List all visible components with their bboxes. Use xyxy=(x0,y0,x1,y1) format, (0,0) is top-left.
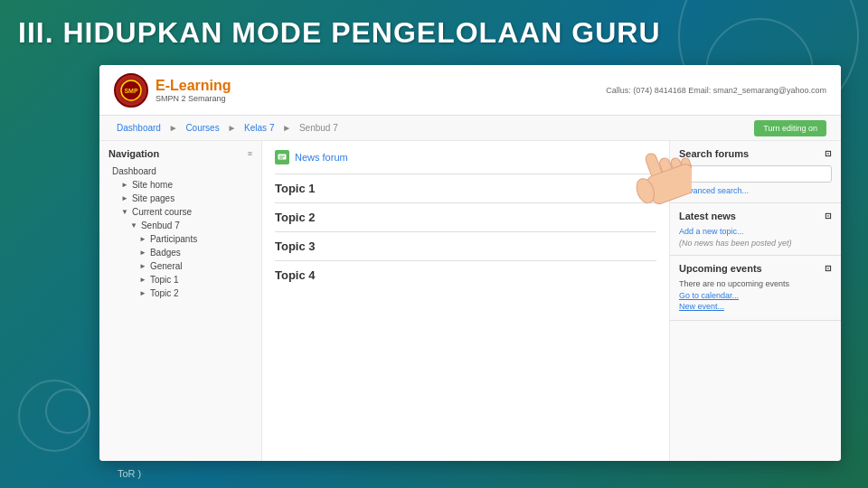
navigation-section: Navigation ≡ Dashboard ► Site home ► Sit… xyxy=(99,141,261,307)
bg-circle-4 xyxy=(45,389,90,434)
header-contact: Callus: (074) 8414168 Email: sman2_semar… xyxy=(606,86,826,95)
no-events-text: There are no upcoming events xyxy=(679,279,832,288)
topic-divider-2 xyxy=(275,202,656,203)
breadcrumb: Dashboard ► Courses ► Kelas 7 ► Senbud 7 xyxy=(114,123,341,133)
upcoming-events-block: Upcoming events ⊡ There are no upcoming … xyxy=(670,256,841,321)
breadcrumb-sep-1: ► xyxy=(169,123,181,133)
site-header: SMP E-Learning SMPN 2 Semarang Callus: (… xyxy=(99,65,841,116)
navigation-title: Navigation ≡ xyxy=(108,148,252,159)
main-content: Navigation ≡ Dashboard ► Site home ► Sit… xyxy=(99,141,841,461)
topic-divider-1 xyxy=(275,174,656,174)
sidebar-item-senbud[interactable]: ▼ Senbud 7 xyxy=(108,219,252,232)
arrow-icon: ▼ xyxy=(130,221,137,230)
middle-content: News forum Topic 1 Topic 2 Topic 3 Topic… xyxy=(262,141,669,461)
latest-news-icon[interactable]: ⊡ xyxy=(825,211,832,221)
upcoming-events-title: Upcoming events ⊡ xyxy=(679,263,832,274)
bg-circle-3 xyxy=(18,380,90,452)
right-sidebar: Search forums ⊡ Advanced search... Lates… xyxy=(669,141,841,461)
sidebar-item-topic1[interactable]: ► Topic 1 xyxy=(108,273,252,286)
breadcrumb-dashboard[interactable]: Dashboard xyxy=(117,123,161,133)
sidebar-item-general[interactable]: ► General xyxy=(108,259,252,273)
go-to-calendar-link[interactable]: Go to calendar... xyxy=(679,291,832,300)
search-input[interactable] xyxy=(679,165,832,183)
breadcrumb-senbud: Senbud 7 xyxy=(299,123,338,133)
topic-1-heading[interactable]: Topic 1 xyxy=(275,182,656,195)
sidebar-item-site-pages[interactable]: ► Site pages xyxy=(108,192,252,205)
breadcrumb-bar: Dashboard ► Courses ► Kelas 7 ► Senbud 7… xyxy=(99,116,841,141)
forum-icon xyxy=(275,150,289,164)
search-forums-title: Search forums ⊡ xyxy=(679,148,832,159)
sidebar-item-badges[interactable]: ► Badges xyxy=(108,246,252,259)
arrow-icon: ► xyxy=(139,262,146,270)
search-forums-block: Search forums ⊡ Advanced search... xyxy=(670,141,841,203)
add-new-topic-link[interactable]: Add a new topic... xyxy=(679,227,832,236)
page-title: III. HIDUPKAN MODE PENGELOLAAN GURU xyxy=(18,16,661,50)
logo-text-area: E-Learning SMPN 2 Semarang xyxy=(156,78,231,103)
advanced-search-link[interactable]: Advanced search... xyxy=(679,186,832,195)
arrow-icon: ► xyxy=(139,276,146,284)
logo-school-name: SMPN 2 Semarang xyxy=(156,94,231,103)
topic-divider-4 xyxy=(275,260,656,261)
left-sidebar: Navigation ≡ Dashboard ► Site home ► Sit… xyxy=(99,141,262,461)
arrow-icon: ► xyxy=(121,194,128,202)
latest-news-block: Latest news ⊡ Add a new topic... (No new… xyxy=(670,203,841,256)
bottom-text: ToR ) xyxy=(118,468,141,479)
topic-4-heading[interactable]: Topic 4 xyxy=(275,268,656,282)
no-news-message: (No news has been posted yet) xyxy=(679,239,832,248)
logo-area: SMP E-Learning SMPN 2 Semarang xyxy=(114,73,231,108)
new-event-link[interactable]: New event... xyxy=(679,302,832,311)
arrow-icon: ► xyxy=(139,289,146,297)
sidebar-item-participants[interactable]: ► Participants xyxy=(108,232,252,246)
sidebar-item-topic2[interactable]: ► Topic 2 xyxy=(108,286,252,300)
browser-window: SMP E-Learning SMPN 2 Semarang Callus: (… xyxy=(99,65,841,461)
breadcrumb-sep-2: ► xyxy=(227,123,239,133)
topic-3-heading[interactable]: Topic 3 xyxy=(275,239,656,253)
arrow-icon: ► xyxy=(139,235,146,243)
svg-text:SMP: SMP xyxy=(124,88,138,94)
latest-news-title: Latest news ⊡ xyxy=(679,211,832,221)
sidebar-item-current-course[interactable]: ▼ Current course xyxy=(108,205,252,219)
nav-expand-icon[interactable]: ≡ xyxy=(248,149,252,158)
sidebar-item-site-home[interactable]: ► Site home xyxy=(108,178,252,192)
search-block-icon[interactable]: ⊡ xyxy=(825,149,832,158)
breadcrumb-kelas[interactable]: Kelas 7 xyxy=(244,123,274,133)
arrow-icon: ► xyxy=(121,181,128,189)
school-emblem: SMP xyxy=(114,73,148,108)
breadcrumb-courses[interactable]: Courses xyxy=(185,123,219,133)
news-forum-link[interactable]: News forum xyxy=(275,150,656,164)
breadcrumb-sep-3: ► xyxy=(282,123,294,133)
sidebar-item-dashboard[interactable]: Dashboard xyxy=(108,164,252,178)
turn-editing-on-button[interactable]: Turn editing on xyxy=(754,120,826,136)
logo-elearning-text: E-Learning xyxy=(156,78,231,94)
arrow-icon: ► xyxy=(139,249,146,257)
news-forum-label: News forum xyxy=(295,152,348,163)
upcoming-events-icon[interactable]: ⊡ xyxy=(825,264,832,273)
topic-divider-3 xyxy=(275,231,656,232)
arrow-icon: ▼ xyxy=(121,208,128,216)
topic-2-heading[interactable]: Topic 2 xyxy=(275,211,656,224)
